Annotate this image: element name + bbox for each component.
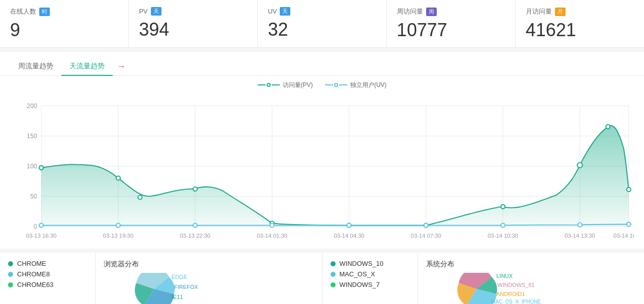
- tab-weekly[interactable]: 周流量趋势: [10, 58, 61, 76]
- svg-text:03-13 22:30: 03-13 22:30: [180, 233, 211, 239]
- bottom-section: CHROME CHROME8 CHROME63 浏览器分布 EDGE FIREF…: [0, 253, 644, 304]
- os-dist-linux: LINUX: [497, 273, 513, 279]
- svg-text:03-14 01:30: 03-14 01:30: [257, 233, 287, 239]
- stat-weekly-value: 10777: [397, 20, 505, 40]
- svg-text:03-14 16:30: 03-14 16:30: [613, 233, 634, 239]
- arrow-icon: →: [117, 61, 126, 72]
- svg-text:0: 0: [34, 223, 37, 230]
- chart-container: 访问量(PV) 独立用户(UV) 200 150 100 50 0: [0, 76, 644, 249]
- browser-item-chrome: CHROME: [8, 260, 87, 267]
- dot-chrome8: [8, 272, 13, 277]
- tab-daily[interactable]: 天流量趋势: [61, 58, 113, 76]
- chart-legend: 访问量(PV) 独立用户(UV): [10, 81, 634, 89]
- browser-list: CHROME CHROME8 CHROME63: [0, 253, 96, 304]
- stat-online: 在线人数 时 9: [0, 0, 129, 47]
- svg-text:150: 150: [27, 132, 37, 139]
- os-dist: 系统分布 LINUX WINDOWS_81 ANDROID1 MAC_OS_X_…: [418, 253, 645, 304]
- browser-dist-title: 浏览器分布: [104, 260, 314, 269]
- browser-item-chrome63: CHROME63: [8, 281, 87, 288]
- svg-point-35: [501, 205, 505, 209]
- svg-point-40: [116, 223, 120, 227]
- os-item-macosx: MAC_OS_X: [331, 270, 410, 278]
- browser-label-chrome63: CHROME63: [17, 281, 53, 288]
- dot-win10: [331, 261, 336, 266]
- svg-point-28: [39, 165, 43, 169]
- legend-pv-line: [258, 84, 266, 85]
- svg-text:200: 200: [27, 103, 37, 110]
- svg-text:03-14 04:30: 03-14 04:30: [334, 233, 364, 239]
- stat-online-value: 9: [10, 20, 118, 40]
- svg-point-43: [347, 223, 351, 227]
- os-label-macosx: MAC_OS_X: [340, 270, 375, 278]
- stat-uv-label: UV 天: [268, 7, 376, 16]
- chart-tabs: 周流量趋势 天流量趋势 →: [0, 52, 644, 76]
- svg-point-37: [606, 125, 610, 129]
- svg-text:100: 100: [27, 162, 37, 169]
- browser-dist: 浏览器分布 EDGE FIREFOX IE11: [96, 253, 323, 304]
- stat-monthly-label: 月访问量 月: [526, 7, 634, 16]
- browser-item-chrome8: CHROME8: [8, 270, 87, 278]
- legend-pv: 访问量(PV): [258, 81, 313, 89]
- svg-point-42: [270, 223, 274, 227]
- stat-weekly: 周访问量 周 10777: [387, 0, 516, 47]
- svg-text:03-13 16:30: 03-13 16:30: [26, 233, 57, 239]
- svg-point-47: [627, 222, 631, 226]
- svg-point-39: [39, 223, 43, 227]
- os-dist-title: 系统分布: [426, 260, 636, 269]
- dot-chrome63: [8, 282, 13, 287]
- stat-pv-label: PV 天: [139, 7, 247, 16]
- dot-win7: [331, 282, 336, 287]
- stat-uv-badge: 天: [280, 7, 290, 16]
- os-item-win7: WINDOWS_7: [331, 281, 410, 288]
- stat-online-badge: 时: [39, 8, 50, 16]
- svg-point-29: [116, 176, 120, 180]
- stat-pv-value: 394: [139, 20, 247, 40]
- dot-chrome: [8, 261, 13, 266]
- legend-uv-dot: [334, 83, 338, 87]
- browser-dist-firefox: FIREFOX: [174, 284, 198, 290]
- os-label-win7: WINDOWS_7: [340, 281, 380, 288]
- os-dist-win81: WINDOWS_81: [498, 282, 535, 288]
- svg-point-38: [627, 187, 631, 191]
- os-dist-android: ANDROID1: [497, 291, 525, 297]
- os-dist-chart: LINUX WINDOWS_81 ANDROID1 MAC_OS_X_IPHON…: [426, 273, 537, 304]
- stat-pv-badge: 天: [151, 7, 162, 16]
- svg-point-30: [138, 195, 142, 199]
- stat-uv: UV 天 32: [258, 0, 386, 47]
- os-dist-iphone: MAC_OS_X_IPHONE: [492, 299, 541, 304]
- svg-point-41: [193, 223, 197, 227]
- stat-pv: PV 天 394: [129, 0, 258, 47]
- legend-pv-dot: [267, 83, 271, 87]
- svg-point-45: [501, 223, 505, 227]
- svg-point-36: [577, 162, 582, 167]
- svg-text:03-14 13:30: 03-14 13:30: [565, 233, 595, 239]
- browser-dist-edge: EDGE: [172, 274, 187, 280]
- svg-text:03-13 19:30: 03-13 19:30: [103, 233, 134, 239]
- stat-monthly: 月访问量 月 41621: [516, 0, 644, 47]
- os-label-win10: WINDOWS_10: [340, 260, 383, 267]
- stat-online-label: 在线人数 时: [10, 7, 118, 16]
- stat-monthly-badge: 月: [555, 8, 566, 16]
- svg-point-46: [578, 223, 582, 227]
- svg-text:50: 50: [30, 192, 37, 199]
- svg-text:03-14 10:30: 03-14 10:30: [488, 233, 518, 239]
- chart-section: 周流量趋势 天流量趋势 → 访问量(PV) 独立用户(UV): [0, 52, 644, 249]
- svg-point-31: [193, 187, 197, 191]
- stat-weekly-badge: 周: [426, 8, 437, 16]
- stat-weekly-label: 周访问量 周: [397, 7, 505, 16]
- legend-uv-label: 独立用户(UV): [350, 81, 387, 89]
- svg-text:03-14 07:30: 03-14 07:30: [411, 233, 441, 239]
- svg-point-44: [424, 223, 428, 227]
- os-list: WINDOWS_10 MAC_OS_X WINDOWS_7: [323, 253, 418, 304]
- stat-monthly-value: 41621: [526, 20, 634, 40]
- legend-uv-line: [325, 84, 333, 85]
- stats-row: 在线人数 时 9 PV 天 394 UV 天 32 周访问量 周 10777 月…: [0, 0, 644, 48]
- dot-macosx: [331, 272, 336, 277]
- main-chart: 200 150 100 50 0 03-13 16:30 03-13 19:30: [10, 93, 634, 244]
- legend-pv-label: 访问量(PV): [283, 81, 313, 89]
- browser-label-chrome: CHROME: [17, 260, 46, 267]
- os-item-win10: WINDOWS_10: [331, 260, 410, 267]
- browser-dist-ie11: IE11: [172, 294, 183, 300]
- stat-uv-value: 32: [268, 20, 376, 40]
- legend-uv: 独立用户(UV): [325, 81, 387, 89]
